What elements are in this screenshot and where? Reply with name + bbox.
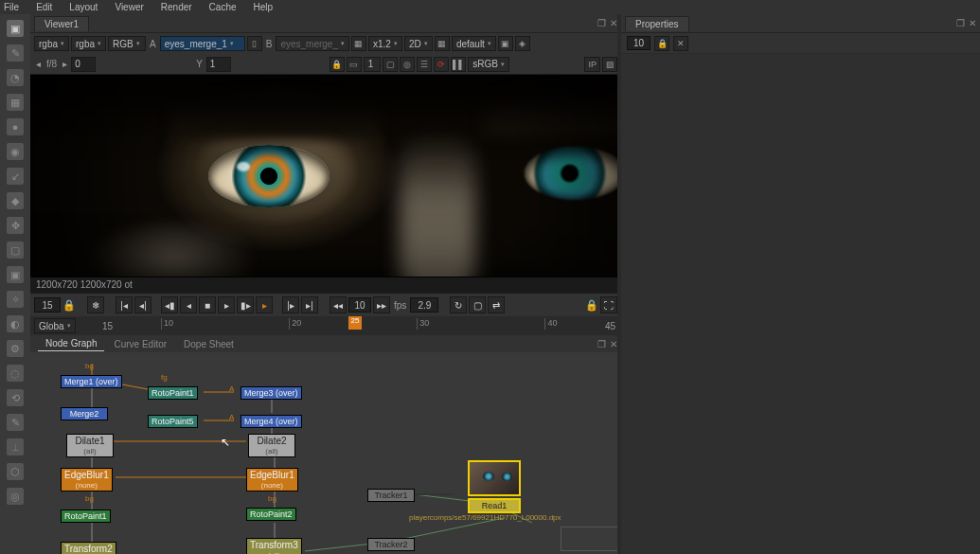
tool-metadata[interactable]: ⚙ (7, 340, 24, 357)
properties-close-icon[interactable]: ✕ (969, 18, 976, 28)
node-transform2[interactable]: Transform3(all) (246, 538, 302, 554)
nodegraph-close-icon[interactable]: ✕ (610, 339, 617, 349)
tool-merge[interactable]: ◆ (7, 192, 24, 209)
menu-cache[interactable]: Cache (209, 2, 237, 12)
lock-out-icon[interactable]: 🔒 (585, 299, 598, 312)
capture-icon[interactable]: ▨ (602, 57, 617, 72)
tool-tool3[interactable]: ⬡ (7, 463, 24, 480)
snapshot-icon[interactable]: ❄ (87, 296, 104, 313)
viewer-canvas[interactable] (30, 75, 621, 277)
node-dilate2[interactable]: Dilate2(all) (248, 434, 295, 457)
node-merge3[interactable]: Merge3 (over) (241, 386, 302, 400)
tool-tool1[interactable]: ✎ (7, 414, 24, 431)
lock-in-icon[interactable]: 🔒 (62, 299, 76, 312)
colorspace-dropdown[interactable]: sRGB (468, 57, 509, 72)
nodegraph-float-icon[interactable]: ❐ (597, 339, 606, 349)
tool-views[interactable]: ▣ (7, 266, 24, 283)
channels-dropdown[interactable]: RGB (108, 36, 146, 51)
tool-time[interactable]: ◔ (7, 69, 24, 86)
frame-range-dropdown[interactable]: Globa (34, 318, 76, 333)
tool-reload[interactable]: ⟲ (7, 389, 24, 406)
prev-key-icon[interactable]: ◂| (134, 296, 151, 313)
tool-transform[interactable]: ✥ (7, 217, 24, 234)
tool-particles[interactable]: ✧ (7, 291, 24, 308)
node-dilate1[interactable]: Dilate1(all) (66, 434, 114, 457)
play-back-icon[interactable]: ◂ (180, 296, 197, 313)
tab-dope-sheet[interactable]: Dope Sheet (176, 337, 241, 351)
fps-field[interactable] (410, 297, 438, 313)
reel-thumbnail[interactable] (561, 527, 621, 551)
go-last-icon[interactable]: ▸| (301, 296, 318, 313)
grid-icon[interactable]: ▦ (435, 36, 450, 51)
skip-back-icon[interactable]: ◂◂ (330, 296, 347, 313)
proxy-scale[interactable]: 1 (364, 57, 382, 72)
step-back-icon[interactable]: ◂▮ (161, 296, 178, 313)
ip-button[interactable]: IP (584, 57, 600, 72)
wipe-icon[interactable]: ▯ (247, 36, 262, 51)
tool-color[interactable]: ● (7, 118, 24, 135)
nodegraph-canvas[interactable]: bg fg bg bg A A Merge1 (over) Merge2 Rot… (30, 352, 621, 554)
tab-curve-editor[interactable]: Curve Editor (106, 337, 174, 351)
input-b-dropdown[interactable]: eyes_merge_ (276, 36, 349, 51)
tool-other[interactable]: ◌ (7, 365, 24, 382)
roi-icon[interactable]: ▣ (498, 36, 513, 51)
tool-channel[interactable]: ▦ (7, 94, 24, 111)
step-fwd-icon[interactable]: ▮▸ (237, 296, 254, 313)
viewer-close-icon[interactable]: ✕ (610, 18, 617, 28)
tool-deep[interactable]: ◐ (7, 315, 24, 332)
node-merge2[interactable]: Merge2 (61, 407, 108, 420)
view-mode-dropdown[interactable]: 2D (404, 36, 433, 51)
menu-edit[interactable]: Edit (36, 2, 52, 12)
tool-image[interactable]: ▣ (7, 20, 24, 37)
flag-icon[interactable]: ▢ (469, 296, 486, 313)
overlay-icon[interactable]: ☰ (417, 57, 432, 72)
layer-dropdown-2[interactable]: rgba (71, 36, 106, 51)
timeline-ruler[interactable]: 10 20 30 40 25 (161, 316, 602, 335)
next-key-icon[interactable]: |▸ (282, 296, 299, 313)
properties-count[interactable]: 10 (627, 36, 650, 50)
next-icon[interactable]: ▸ (61, 59, 69, 69)
node-transform1[interactable]: Transform2(all) (61, 542, 116, 554)
node-tracker1[interactable]: Tracker1 (367, 489, 415, 502)
tool-draw[interactable]: ✎ (7, 45, 24, 62)
go-first-icon[interactable]: |◂ (116, 296, 133, 313)
play-range-icon[interactable]: ▸ (256, 296, 273, 313)
tool-filter[interactable]: ◉ (7, 143, 24, 160)
fullscreen-icon[interactable]: ⛶ (600, 296, 617, 313)
layer-dropdown-1[interactable]: rgba (34, 36, 69, 51)
menu-viewer[interactable]: Viewer (115, 2, 143, 12)
node-edgeblur1[interactable]: EdgeBlur1(none) (61, 468, 113, 491)
viewer-float-icon[interactable]: ❐ (597, 18, 606, 28)
tool-all[interactable]: ◎ (7, 488, 24, 505)
node-rotopaint-mask2[interactable]: RotoPaint5 (148, 415, 198, 428)
overscan-icon[interactable]: ◎ (400, 57, 415, 72)
skip-fwd-icon[interactable]: ▸▸ (373, 296, 390, 313)
gamma-field[interactable] (206, 57, 231, 72)
node-edgeblur2[interactable]: EdgeBlur1(none) (246, 468, 298, 491)
frame-start-field[interactable] (34, 297, 61, 313)
properties-float-icon[interactable]: ❐ (956, 18, 965, 28)
node-rotopaint1[interactable]: RotoPaint1 (61, 509, 111, 523)
tool-tool2[interactable]: ⟂ (7, 438, 24, 456)
input-a-dropdown[interactable]: eyes_merge_1 (160, 36, 245, 51)
node-read1-thumbnail[interactable] (468, 460, 521, 496)
zoom-lock-icon[interactable]: 🔒 (330, 57, 345, 72)
properties-lock-icon[interactable]: 🔒 (654, 36, 669, 51)
zoom-dropdown[interactable]: x1.2 (368, 36, 402, 51)
format-icon[interactable]: ▭ (347, 57, 362, 72)
proxy-dropdown[interactable]: default (452, 36, 496, 51)
properties-clear-icon[interactable]: ✕ (673, 36, 688, 51)
properties-tab[interactable]: Properties (625, 16, 689, 31)
bbox-icon[interactable]: ▢ (383, 57, 398, 72)
node-rotopaint2[interactable]: RotoPaint2 (246, 508, 296, 521)
node-read1[interactable]: Read1 (468, 498, 521, 513)
skip-frames-field[interactable] (348, 297, 371, 313)
menu-render[interactable]: Render (161, 2, 192, 12)
clip-icon[interactable]: ▦ (351, 36, 366, 51)
stop-icon[interactable]: ■ (199, 296, 216, 313)
menu-help[interactable]: Help (254, 2, 274, 12)
node-tracker2[interactable]: Tracker2 (367, 538, 415, 551)
viewer-tab[interactable]: Viewer1 (34, 16, 89, 31)
sync-icon[interactable]: ⇄ (488, 296, 505, 313)
node-merge4[interactable]: Merge4 (over) (241, 415, 302, 428)
